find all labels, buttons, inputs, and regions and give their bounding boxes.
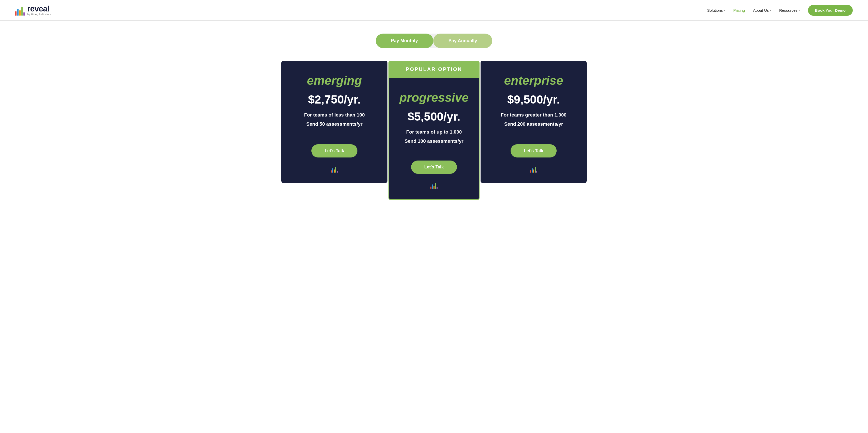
enterprise-cta-button[interactable]: Let's Talk — [510, 144, 556, 157]
popular-wrapper: POPULAR OPTION progressive $5,500/yr. Fo… — [389, 61, 479, 200]
progressive-desc: For teams of up to 1,000 — [406, 128, 462, 136]
enterprise-card: enterprise $9,500/yr. For teams greater … — [480, 61, 587, 183]
progressive-price: $5,500/yr. — [407, 110, 460, 123]
chevron-down-icon: ▾ — [724, 9, 725, 12]
nav-resources[interactable]: Resources ▾ — [779, 8, 800, 12]
chevron-down-icon-resources: ▾ — [799, 9, 800, 12]
progressive-plan-name: progressive — [399, 91, 469, 104]
progressive-cta-button[interactable]: Let's Talk — [411, 160, 457, 174]
nav-links: Solutions ▾ Pricing About Us ▾ Resources… — [707, 5, 853, 16]
logo[interactable]: reveal by Hiring Indicators — [15, 5, 51, 16]
billing-toggle: Pay Monthly Pay Annually — [376, 34, 492, 48]
emerging-card: emerging $2,750/yr. For teams of less th… — [281, 61, 388, 183]
book-demo-button[interactable]: Book Your Demo — [808, 5, 853, 16]
emerging-footer-icon — [331, 165, 338, 173]
navbar: reveal by Hiring Indicators Solutions ▾ … — [0, 0, 868, 21]
main-content: Pay Monthly Pay Annually emerging $2,750… — [0, 21, 868, 200]
logo-reveal-text: reveal — [27, 5, 51, 13]
logo-icon — [15, 5, 25, 16]
pay-monthly-button[interactable]: Pay Monthly — [376, 34, 433, 48]
enterprise-desc: For teams greater than 1,000 — [501, 112, 566, 119]
enterprise-assessments: Send 200 assessments/yr — [504, 121, 563, 127]
nav-about[interactable]: About Us ▾ — [753, 8, 771, 12]
emerging-desc: For teams of less than 100 — [304, 112, 365, 119]
nav-pricing[interactable]: Pricing — [733, 8, 745, 12]
enterprise-footer-icon — [530, 165, 537, 173]
enterprise-price: $9,500/yr. — [507, 93, 560, 106]
emerging-price: $2,750/yr. — [308, 93, 361, 106]
logo-sub-text: by Hiring Indicators — [27, 13, 51, 16]
logo-text-block: reveal by Hiring Indicators — [27, 5, 51, 16]
pricing-container: emerging $2,750/yr. For teams of less th… — [281, 61, 587, 200]
progressive-assessments: Send 100 assessments/yr — [404, 138, 463, 144]
pay-annually-button[interactable]: Pay Annually — [433, 34, 492, 48]
chevron-down-icon-about: ▾ — [770, 9, 771, 12]
emerging-plan-name: emerging — [307, 73, 362, 88]
progressive-card: progressive $5,500/yr. For teams of up t… — [389, 78, 479, 200]
emerging-assessments: Send 50 assessments/yr — [306, 121, 363, 127]
nav-solutions[interactable]: Solutions ▾ — [707, 8, 725, 12]
popular-badge: POPULAR OPTION — [389, 61, 479, 78]
emerging-cta-button[interactable]: Let's Talk — [311, 144, 357, 157]
enterprise-plan-name: enterprise — [504, 73, 563, 88]
progressive-footer-icon — [430, 181, 438, 189]
